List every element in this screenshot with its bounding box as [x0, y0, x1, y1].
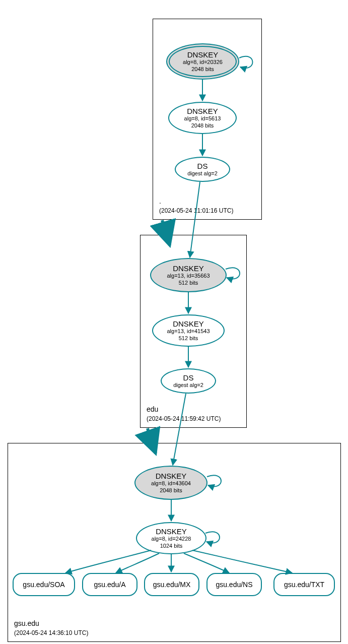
- node-sub: 2048 bits: [135, 487, 206, 494]
- rr-mx: gsu.edu/MX: [144, 573, 199, 596]
- zone-edu-ts: (2024-05-24 11:59:42 UTC): [147, 415, 221, 422]
- node-title: DS: [162, 373, 215, 382]
- zone-gsu-ts: (2024-05-24 14:36:10 UTC): [14, 629, 88, 636]
- node-sub: alg=8, id=24228: [137, 536, 205, 542]
- zone-edu-name: edu: [147, 405, 158, 413]
- zone-root-ts: (2024-05-24 11:01:16 UTC): [159, 207, 233, 214]
- rr-a: gsu.edu/A: [82, 573, 137, 596]
- rr-txt: gsu.edu/TXT: [273, 573, 335, 596]
- node-edu-zsk: DNSKEY alg=13, id=41543 512 bits: [152, 314, 225, 347]
- node-title: DNSKEY: [169, 107, 236, 115]
- node-sub: 512 bits: [151, 280, 226, 286]
- node-title: DNSKEY: [135, 472, 206, 480]
- node-gsu-ksk: DNSKEY alg=8, id=43604 2048 bits: [134, 466, 207, 500]
- node-sub: alg=8, id=43604: [135, 480, 206, 487]
- node-title: DNSKEY: [167, 50, 238, 59]
- node-sub: alg=13, id=41543: [153, 328, 224, 335]
- node-sub: 512 bits: [153, 335, 224, 342]
- node-edu-ksk: DNSKEY alg=13, id=35663 512 bits: [150, 258, 227, 292]
- node-sub: 2048 bits: [169, 122, 236, 129]
- zone-root-name: .: [159, 197, 161, 205]
- rr-label: gsu.edu/MX: [145, 581, 198, 589]
- node-root-ds: DS digest alg=2: [175, 157, 230, 182]
- node-sub: digest alg=2: [162, 382, 215, 389]
- node-root-ksk: DNSKEY alg=8, id=20326 2048 bits: [166, 43, 239, 80]
- node-root-zsk: DNSKEY alg=8, id=5613 2048 bits: [168, 102, 237, 134]
- node-title: DNSKEY: [153, 319, 224, 328]
- rr-label: gsu.edu/TXT: [274, 581, 334, 589]
- node-title: DNSKEY: [137, 527, 205, 536]
- node-sub: digest alg=2: [176, 170, 229, 177]
- node-sub: 2048 bits: [167, 66, 238, 73]
- node-sub: alg=8, id=5613: [169, 115, 236, 122]
- rr-soa: gsu.edu/SOA: [13, 573, 75, 596]
- node-sub: alg=8, id=20326: [167, 59, 238, 66]
- node-edu-ds: DS digest alg=2: [161, 368, 216, 394]
- node-title: DNSKEY: [151, 264, 226, 273]
- rr-label: gsu.edu/SOA: [14, 581, 74, 589]
- node-sub: alg=13, id=35663: [151, 273, 226, 279]
- node-gsu-zsk: DNSKEY alg=8, id=24228 1024 bits: [136, 522, 206, 554]
- node-title: DS: [176, 162, 229, 170]
- rr-label: gsu.edu/NS: [207, 581, 261, 589]
- zone-gsu-name: gsu.edu: [14, 619, 39, 627]
- rr-label: gsu.edu/A: [83, 581, 136, 589]
- rr-ns: gsu.edu/NS: [206, 573, 262, 596]
- node-sub: 1024 bits: [137, 543, 205, 549]
